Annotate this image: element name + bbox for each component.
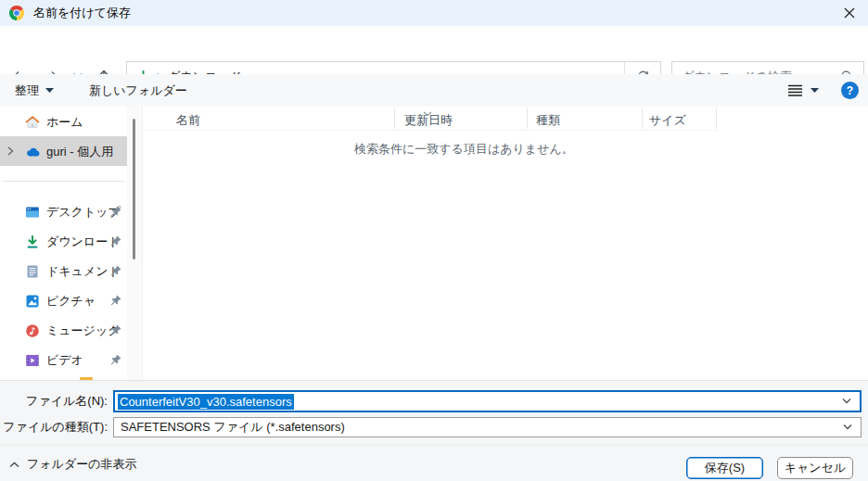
- close-icon[interactable]: [842, 6, 857, 20]
- help-glyph: ?: [847, 84, 853, 97]
- filename-label: ファイル名(N):: [0, 393, 113, 410]
- pin-icon: [110, 354, 121, 365]
- sidebar-item-label: ホーム: [46, 114, 83, 131]
- content-area: ホーム guri - 個人用: [0, 107, 868, 380]
- filename-selected-text: CounterfeitV30_v30.safetensors: [118, 394, 294, 410]
- navigation-bar: ダウンロード ダウンロードの検索: [0, 26, 868, 74]
- sidebar-item-desktop[interactable]: デスクトップ: [0, 196, 127, 226]
- music-icon: [25, 323, 41, 338]
- help-icon[interactable]: ?: [841, 82, 859, 99]
- column-divider[interactable]: [394, 108, 395, 129]
- command-toolbar: 整理 新しいフォルダー ?: [0, 74, 868, 107]
- column-divider[interactable]: [716, 108, 717, 129]
- window-title: 名前を付けて保存: [33, 5, 131, 21]
- sidebar-item-label: デスクトップ: [46, 204, 121, 221]
- downloads-icon: [25, 234, 41, 249]
- caret-down-icon: [45, 88, 54, 93]
- list-view-icon: [788, 84, 802, 96]
- sidebar-divider: [2, 181, 125, 182]
- documents-icon: [25, 263, 41, 279]
- titlebar: 名前を付けて保存: [0, 0, 868, 26]
- home-icon: [25, 114, 41, 130]
- sidebar-item-pictures[interactable]: ピクチャ: [0, 285, 127, 315]
- column-header-type[interactable]: 種類: [536, 112, 560, 129]
- pin-icon: [110, 265, 121, 276]
- column-header-row: 名前 更新日時 種類 サイズ: [143, 107, 868, 130]
- pin-icon: [110, 235, 121, 247]
- filetype-dropdown-chevron-icon[interactable]: [842, 424, 853, 431]
- file-fields-panel: ファイル名(N): CounterfeitV30_v30.safetensors…: [0, 380, 868, 445]
- filetype-select[interactable]: SAFETENSORS ファイル (*.safetensors): [113, 417, 862, 437]
- new-folder-button[interactable]: 新しいフォルダー: [82, 79, 195, 103]
- save-button-label: 保存(S): [705, 460, 745, 476]
- filetype-label: ファイルの種類(T):: [0, 419, 113, 436]
- pin-icon: [110, 206, 121, 217]
- hide-folders-label: フォルダーの非表示: [27, 456, 137, 473]
- hide-folders-button[interactable]: フォルダーの非表示: [9, 456, 137, 473]
- sidebar-scrollbar[interactable]: [127, 107, 143, 380]
- new-folder-label: 新しいフォルダー: [89, 82, 187, 99]
- file-list: 名前 更新日時 種類 サイズ 検索条件に一致する項目はありません。: [143, 107, 868, 380]
- cancel-button-label: キャンセル: [785, 460, 847, 476]
- chevron-up-icon: [9, 462, 19, 468]
- sidebar-item-label: ダウンロード: [46, 234, 121, 250]
- column-divider[interactable]: [642, 108, 643, 129]
- pictures-icon: [25, 293, 41, 309]
- pin-icon: [110, 295, 121, 306]
- header-underline: [143, 130, 718, 131]
- sidebar-item-label: ピクチャ: [46, 293, 96, 310]
- expand-chevron-icon[interactable]: [6, 146, 15, 157]
- sidebar-item-label: ドキュメント: [46, 263, 121, 280]
- sidebar-item-documents[interactable]: ドキュメント: [0, 256, 127, 285]
- sidebar-item-label: ミュージック: [46, 323, 121, 339]
- videos-icon: [25, 352, 41, 368]
- sidebar-item-downloads[interactable]: ダウンロード: [0, 226, 127, 256]
- dialog-footer: フォルダーの非表示 保存(S) キャンセル: [0, 445, 868, 481]
- filename-dropdown-chevron-icon[interactable]: [841, 398, 852, 405]
- column-divider[interactable]: [527, 108, 528, 129]
- column-header-size[interactable]: サイズ: [649, 112, 686, 129]
- save-as-dialog: 名前を付けて保存: [0, 0, 868, 481]
- column-header-name[interactable]: 名前: [176, 112, 200, 129]
- filename-input[interactable]: CounterfeitV30_v30.safetensors: [113, 390, 862, 412]
- sidebar-item-label: ビデオ: [46, 352, 83, 369]
- sidebar-item-music[interactable]: ミュージック: [0, 315, 127, 345]
- organize-label: 整理: [15, 82, 39, 99]
- scrollbar-thumb[interactable]: [133, 119, 135, 259]
- organize-button[interactable]: 整理: [7, 79, 61, 103]
- view-selector-button[interactable]: [783, 79, 824, 103]
- pin-icon: [110, 324, 121, 335]
- save-button[interactable]: 保存(S): [686, 457, 763, 479]
- sidebar-item-videos[interactable]: ビデオ: [0, 345, 127, 374]
- cancel-button[interactable]: キャンセル: [777, 457, 853, 479]
- filetype-selected-option: SAFETENSORS ファイル (*.safetensors): [121, 419, 345, 436]
- sort-chevron-icon: [423, 107, 432, 120]
- chrome-logo-icon: [9, 6, 24, 20]
- caret-down-icon: [811, 88, 819, 93]
- onedrive-icon: [25, 144, 41, 159]
- sidebar: ホーム guri - 個人用: [0, 107, 127, 380]
- sidebar-item-label: guri - 個人用: [46, 144, 113, 160]
- sidebar-item-home[interactable]: ホーム: [0, 107, 127, 136]
- sidebar-item-onedrive[interactable]: guri - 個人用: [0, 136, 127, 166]
- desktop-icon: [25, 204, 41, 220]
- empty-list-message: 検索条件に一致する項目はありません。: [354, 141, 574, 158]
